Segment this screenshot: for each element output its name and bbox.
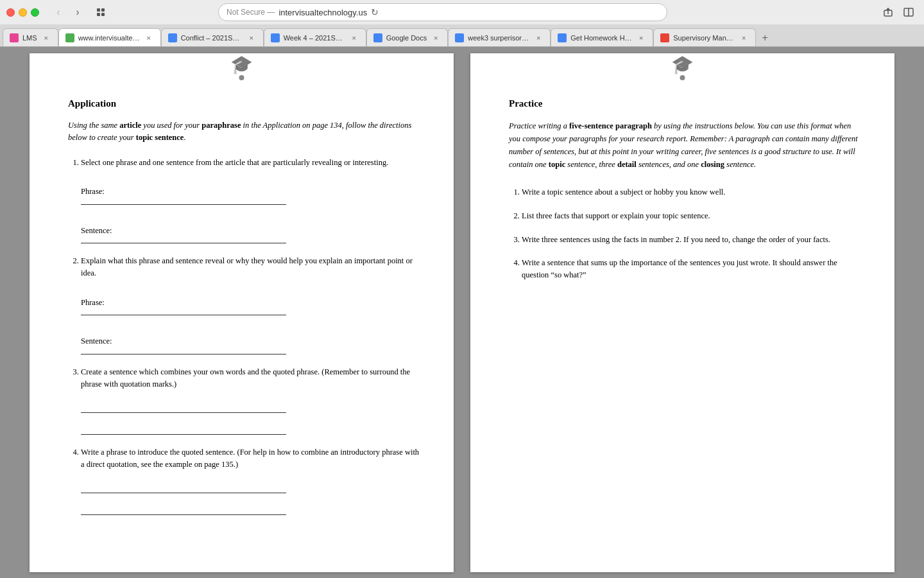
maximize-window-button[interactable] — [31, 8, 39, 17]
top-decoration-left: 🎓 — [230, 56, 253, 80]
list-item: Write a topic sentence about a subject o… — [522, 186, 862, 198]
forward-button[interactable]: › — [69, 4, 87, 21]
tab-conflict-close[interactable]: × — [246, 33, 257, 43]
tab-week4-close[interactable]: × — [349, 33, 359, 43]
tab-supervisory[interactable]: Supervisory Manageme... × — [653, 28, 756, 46]
line-3a — [81, 412, 286, 413]
tab-supervisory-close[interactable]: × — [739, 33, 749, 43]
tab-homework-close[interactable]: × — [636, 33, 646, 43]
svg-rect-0 — [97, 8, 100, 12]
right-section-title: Practice — [509, 98, 862, 109]
tab-homework[interactable]: Get Homework Help Wi... × — [551, 28, 653, 46]
list-item: Write three sentences using the facts in… — [522, 234, 862, 246]
window-controls — [6, 8, 39, 17]
list-item: Select one phrase and one sentence from … — [81, 157, 422, 244]
sentence-label-1: Sentence: — [81, 225, 112, 237]
item-3-text: Create a sentence which combines your ow… — [81, 367, 410, 389]
line-3b — [81, 434, 286, 435]
share-button[interactable] — [879, 4, 897, 21]
tab-intervisual-label: www.intervisualtechnol... — [78, 34, 140, 42]
item-r3-text: Write three sentences using the facts in… — [522, 235, 830, 244]
close-window-button[interactable] — [6, 8, 15, 17]
tab-supervisory-label: Supervisory Manageme... — [673, 34, 735, 42]
phrase-line-2 — [81, 315, 286, 315]
address-domain: intervisualtechnology.us — [278, 8, 367, 17]
tab-intervisual[interactable]: www.intervisualtechnol... × — [58, 28, 161, 46]
item-4-text: Write a phrase to introduce the quoted s… — [81, 448, 419, 469]
tabs-bar: LMS × www.intervisualtechnol... × Confli… — [0, 24, 924, 46]
list-item: Create a sentence which combines your ow… — [81, 366, 422, 435]
tab-overview-button[interactable] — [92, 4, 110, 21]
line-4a — [81, 493, 286, 493]
phrase-label-2: Phrase: — [81, 297, 105, 309]
tab-homework-label: Get Homework Help Wi... — [570, 34, 632, 42]
right-intro-text: Practice writing a five-sentence paragra… — [509, 119, 862, 171]
tab-week3-label: week3 surperisor – Goo... — [468, 34, 529, 42]
tab-lms-close[interactable]: × — [41, 33, 51, 43]
not-secure-label: Not Secure — — [227, 8, 275, 17]
tab-week3[interactable]: week3 surperisor – Goo... × — [448, 28, 551, 46]
page-divider — [458, 47, 466, 578]
sentence-line-2 — [81, 354, 286, 355]
split-view-button[interactable] — [900, 4, 918, 21]
item-r2-text: List three facts that support or explain… — [522, 211, 710, 220]
new-tab-button[interactable]: + — [756, 30, 774, 46]
navigation-buttons: ‹ › — [49, 4, 87, 21]
item-1-text: Select one phrase and one sentence from … — [81, 158, 388, 167]
phrase-label-1: Phrase: — [81, 186, 105, 198]
tab-googledocs-close[interactable]: × — [431, 33, 441, 43]
list-item: Explain what this phrase and sentence re… — [81, 255, 422, 355]
sentence-label-2: Sentence: — [81, 335, 112, 347]
tab-googledocs[interactable]: Google Docs × — [366, 28, 449, 46]
address-bar[interactable]: Not Secure — intervisualtechnology.us ↻ — [218, 3, 667, 21]
item-r1-text: Write a topic sentence about a subject o… — [522, 188, 725, 197]
tab-googledocs-label: Google Docs — [386, 34, 427, 42]
tab-week4-label: Week 4 – 2021SP High... — [284, 34, 345, 42]
list-item: Write a sentence that sums up the import… — [522, 257, 862, 281]
item-2-text: Explain what this phrase and sentence re… — [81, 256, 413, 277]
right-document-page: 🎓 Practice Practice writing a five-sente… — [470, 53, 894, 572]
refresh-button[interactable]: ↻ — [371, 7, 379, 17]
phrase-line-1 — [81, 204, 286, 205]
list-item: List three facts that support or explain… — [522, 210, 862, 222]
left-intro-text: Using the same article you used for your… — [68, 119, 422, 144]
item-r4-text: Write a sentence that sums up the import… — [522, 258, 837, 279]
svg-rect-1 — [101, 8, 105, 12]
tab-week4[interactable]: Week 4 – 2021SP High... × — [264, 28, 366, 46]
tab-intervisual-close[interactable]: × — [144, 33, 154, 43]
left-instruction-list: Select one phrase and one sentence from … — [68, 157, 422, 515]
tab-week3-close[interactable]: × — [533, 33, 543, 43]
tab-conflict[interactable]: Conflict – 2021SP High... × — [161, 28, 264, 46]
back-button[interactable]: ‹ — [49, 4, 67, 21]
left-document-page: 🎓 Application Using the same article you… — [30, 53, 454, 572]
svg-rect-2 — [97, 13, 100, 16]
minimize-window-button[interactable] — [19, 8, 27, 17]
browser-content: 🎓 Application Using the same article you… — [0, 47, 924, 578]
browser-chrome: ‹ › Not Secure — intervisualtechnology.u… — [0, 0, 924, 47]
title-bar: ‹ › Not Secure — intervisualtechnology.u… — [0, 0, 924, 24]
tab-lms[interactable]: LMS × — [3, 28, 58, 46]
left-section-title: Application — [68, 98, 422, 109]
toolbar-right — [879, 4, 918, 21]
tab-lms-label: LMS — [22, 34, 37, 42]
page-container: 🎓 Application Using the same article you… — [19, 47, 905, 578]
sentence-line-1 — [81, 243, 286, 243]
top-decoration-right: 🎓 — [671, 56, 694, 80]
right-instruction-list: Write a topic sentence about a subject o… — [509, 186, 862, 281]
list-item: Write a phrase to introduce the quoted s… — [81, 446, 422, 515]
tab-conflict-label: Conflict – 2021SP High... — [181, 34, 243, 42]
svg-rect-3 — [101, 13, 105, 16]
line-4b — [81, 514, 286, 515]
